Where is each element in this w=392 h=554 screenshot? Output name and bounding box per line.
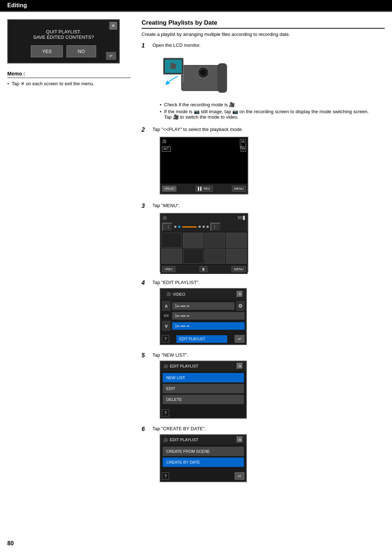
thumb-3: [204, 233, 225, 248]
dialog-buttons: YES NO: [13, 45, 114, 57]
create-scene-title: EDIT PLAYLIST: [170, 438, 198, 442]
menu-video-label: VIDEO: [173, 292, 185, 296]
video-icon-small: 🎥: [162, 216, 167, 220]
svg-text:🎥: 🎥: [170, 62, 177, 69]
create-scene-close-btn[interactable]: ✕: [237, 436, 243, 443]
menu-row-1: ∧ 1▪▪ ▪▪▪▪ ▪▪ ⚙: [162, 301, 245, 311]
rec-pause-button[interactable]: ▌▌ REC: [196, 186, 212, 192]
menu-close-btn[interactable]: ✕: [237, 291, 243, 297]
new-list-btn[interactable]: NEW LIST: [163, 373, 244, 382]
step-4-content: Tap "EDIT PLAYLIST". 🎥 VIDEO ✕: [152, 280, 385, 347]
edit-btn[interactable]: EDIT: [163, 384, 244, 393]
step-4-number: 4: [142, 280, 149, 286]
thumb-screen: 🎥 50 ▊ 〈 〉: [160, 214, 248, 272]
wt-icon: WT: [162, 146, 171, 152]
menu-item-2[interactable]: 1▪▪ ▪▪▪▪ ▪▪: [172, 312, 245, 320]
menu-btn-thumb[interactable]: MENU: [232, 266, 246, 272]
step-5: 5 Tap "NEW LIST". 🎥 EDIT PLAYLIST ✕: [142, 352, 385, 420]
menu-item-3[interactable]: 1▪▪ ▪▪▪▪ ▪▪: [172, 322, 245, 330]
dialog-back-button[interactable]: ↵: [106, 52, 116, 60]
edit-pl-footer: ?: [160, 408, 246, 418]
step-1-bullets: Check if the recording mode is 🎥. If the…: [160, 102, 385, 120]
create-by-date-btn[interactable]: CREATE BY DATE: [163, 457, 244, 467]
create-scene-back-btn[interactable]: ↵: [234, 472, 245, 480]
sd-battery: 50 ▊: [238, 216, 246, 220]
step-5-text: Tap "NEW LIST".: [152, 352, 385, 358]
step-3-number: 3: [142, 203, 149, 209]
edit-pl-video-icon: 🎥: [163, 364, 168, 369]
edit-playlist-screen: 🎥 EDIT PLAYLIST ✕ NEW LIST EDIT DELETE ?: [160, 361, 247, 419]
thumb-screen-mockup: 🎥 50 ▊ 〈 〉: [160, 213, 248, 272]
create-scene-help-icon[interactable]: ?: [162, 472, 169, 480]
menu-fraction: #/#: [162, 314, 171, 318]
playback-screen: 🎥 IA▏ WT D «PLAY ▌▌ REC MENU: [160, 138, 248, 194]
create-scene-video-icon: 🎥: [163, 438, 168, 442]
thumb-5: [161, 249, 182, 264]
menu-gear-icon: ⚙: [236, 301, 245, 311]
memo-title: Memo :: [7, 71, 131, 78]
edit-pl-header: 🎥 EDIT PLAYLIST ✕: [160, 361, 246, 371]
page-container: Editing ✕ QUIT PLAYLIST. SAVE EDITED CON…: [0, 0, 392, 554]
right-column: Creating Playlists by Date Create a play…: [142, 19, 385, 489]
step-1-number: 1: [142, 42, 149, 49]
camera-svg: 🎥: [160, 51, 232, 98]
step-6-text: Tap "CREATE BY DATE".: [152, 426, 385, 431]
help-icon[interactable]: ?: [162, 335, 169, 342]
delete-btn[interactable]: DELETE: [163, 395, 244, 404]
step-2-number: 2: [142, 127, 149, 133]
step-1-content: Open the LCD monitor. 🎥: [152, 42, 385, 121]
create-from-scene-btn[interactable]: CREATE FROM SCENE: [163, 447, 244, 456]
d-icon: D: [241, 146, 246, 152]
menu-up-arrow[interactable]: ∧: [162, 301, 171, 311]
step-6: 6 Tap "CREATE BY DATE". 🎥 EDIT PLAYLIST …: [142, 426, 385, 484]
create-scene-header: 🎥 EDIT PLAYLIST ✕: [160, 435, 246, 444]
menu-back-btn[interactable]: ↵: [234, 335, 245, 343]
svg-point-6: [200, 69, 207, 76]
nav-right-arrow[interactable]: 〉: [211, 223, 221, 231]
menu-row-2: #/# 1▪▪ ▪▪▪▪ ▪▪: [162, 312, 245, 320]
thumb-grid: [160, 232, 248, 264]
step-2: 2 Tap "<<PLAY" to select the playback mo…: [142, 127, 385, 197]
menu-item-1[interactable]: 1▪▪ ▪▪▪▪ ▪▪: [172, 302, 234, 310]
edit-playlist-btn[interactable]: EDIT PLAYLIST: [176, 335, 227, 343]
rec-mode-button[interactable]: «REC: [162, 266, 175, 272]
menu-body: ∧ 1▪▪ ▪▪▪▪ ▪▪ ⚙ #/# 1▪▪ ▪▪▪▪ ▪▪: [160, 299, 246, 333]
section-title: Creating Playlists by Date: [142, 19, 385, 29]
dialog-close-button[interactable]: ✕: [109, 22, 117, 30]
menu-down-arrow[interactable]: ∨: [162, 321, 171, 331]
step-1: 1 Open the LCD monitor. 🎥: [142, 42, 385, 121]
thumb-1: [161, 233, 182, 248]
menu-header: 🎥 VIDEO ✕: [160, 289, 246, 299]
step-6-number: 6: [142, 426, 149, 432]
video-menu-screen: 🎥 VIDEO ✕ ∧ 1▪▪ ▪▪▪▪ ▪▪ ⚙: [160, 288, 247, 345]
svg-rect-7: [218, 63, 227, 93]
thumb-4: [226, 233, 247, 248]
play-button[interactable]: «PLAY: [162, 186, 176, 192]
delete-button[interactable]: 🗑: [200, 266, 207, 272]
nav-dot-2: [178, 226, 180, 228]
edit-pl-help-icon[interactable]: ?: [162, 409, 169, 416]
step-3-text: Tap "MENU".: [152, 203, 385, 208]
step-4: 4 Tap "EDIT PLAYLIST". 🎥 VIDEO ✕: [142, 280, 385, 347]
page-number: 80: [7, 540, 14, 547]
thumb-2: [183, 233, 204, 248]
thumb-8: [226, 249, 247, 264]
bullet-1: Check if the recording mode is 🎥.: [160, 102, 385, 107]
step-6-content: Tap "CREATE BY DATE". 🎥 EDIT PLAYLIST ✕ …: [152, 426, 385, 484]
thumb-nav-bar: 〈 〉: [160, 222, 248, 232]
menu-button[interactable]: MENU: [232, 186, 246, 192]
nav-left-arrow[interactable]: 〈: [162, 223, 172, 231]
yes-button[interactable]: YES: [31, 45, 63, 57]
step-5-number: 5: [142, 352, 149, 359]
no-button[interactable]: NO: [66, 45, 96, 57]
nav-dot-4: [203, 226, 205, 228]
thumb-bottom-bar: «REC 🗑 MENU: [160, 264, 248, 274]
playback-bottom-bar: «PLAY ▌▌ REC MENU: [160, 184, 248, 194]
bullet-2: If the mode is 📷 still image, tap 📷 on t…: [160, 109, 385, 120]
create-scene-screen: 🎥 EDIT PLAYLIST ✕ CREATE FROM SCENE CREA…: [160, 434, 247, 482]
page-header: Editing: [0, 0, 392, 12]
edit-pl-close-btn[interactable]: ✕: [237, 363, 243, 369]
create-scene-body: CREATE FROM SCENE CREATE BY DATE: [160, 444, 246, 471]
thumb-top-bar: 🎥 50 ▊: [160, 214, 248, 222]
menu-video-title: 🎥 VIDEO: [163, 290, 188, 298]
